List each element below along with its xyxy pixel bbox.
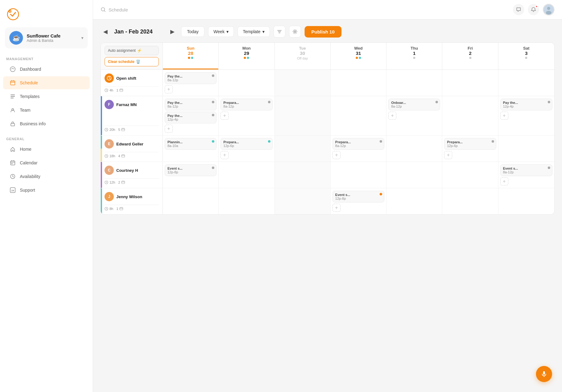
add-shift-button[interactable]: + [221, 151, 229, 159]
add-shift-button[interactable]: + [332, 204, 341, 212]
workspace-card[interactable]: ☕ Sunflower Cafe Admin & Barista ▾ [5, 27, 88, 48]
next-week-button[interactable]: ▶ [167, 27, 177, 37]
grid-row: FFarnaz MN 20h 5 Pay the... 8a-12p Pay t… [101, 96, 554, 136]
day-name: Thu [389, 46, 439, 51]
add-shift-button[interactable]: + [332, 151, 341, 159]
sidebar-item-schedule[interactable]: Schedule [3, 76, 90, 89]
notification-button[interactable] [528, 4, 539, 15]
shift-time: 12p-8p [167, 170, 214, 174]
shift-time: 8a-12p [167, 105, 214, 108]
day-cell: Prepara... 12p-6p + [442, 136, 498, 162]
person-avatar: C [105, 166, 114, 175]
shifts-count: 4 [118, 154, 120, 158]
shift-title: Pay the... [503, 101, 550, 105]
chevron-down-icon: ▾ [262, 29, 265, 34]
person-info: CCourtney H [105, 166, 159, 175]
sidebar-item-support[interactable]: 24 Support [3, 184, 90, 197]
shift-card[interactable]: Prepara... 8a-12p [221, 99, 272, 110]
shift-card[interactable]: Event s... 12p-8p [165, 164, 216, 176]
day-cell [275, 70, 331, 96]
shift-card[interactable]: Pay the... 8a-12p [165, 99, 216, 110]
day-dots [389, 57, 439, 59]
svg-point-2 [10, 67, 15, 72]
sidebar-item-dashboard[interactable]: Dashboard [3, 63, 90, 76]
shift-title: Prepara... [223, 140, 270, 144]
add-shift-button[interactable]: + [444, 151, 452, 159]
filter-button[interactable] [274, 26, 285, 38]
shift-card[interactable]: Plannin... 8a-10a [165, 138, 216, 150]
shift-title: Event s... [167, 167, 214, 170]
day-cell [331, 70, 386, 96]
week-dropdown[interactable]: Week ▾ [208, 26, 234, 37]
general-section-label: GENERAL [0, 135, 93, 143]
schedule-icon [9, 79, 16, 86]
status-dot [191, 57, 193, 59]
availability-icon [9, 173, 16, 180]
day-cell: Event s... 8a-12p + [498, 162, 554, 188]
add-shift-button[interactable]: + [500, 177, 508, 185]
shift-card[interactable]: Prepara... 12p-6p [221, 138, 272, 150]
shift-time: 12p-8p [335, 197, 381, 200]
add-shift-button[interactable]: + [165, 125, 173, 133]
add-shift-button[interactable]: + [221, 112, 229, 120]
person-stripe [101, 188, 102, 214]
shifts-stat: 1 [116, 207, 123, 211]
svg-point-16 [547, 7, 550, 10]
sidebar-item-home[interactable]: Home [3, 143, 90, 156]
sidebar-item-team[interactable]: Team [3, 104, 90, 117]
sidebar-item-templates[interactable]: Templates [3, 90, 90, 103]
day-cell [275, 136, 331, 162]
sidebar-item-calendar[interactable]: Calendar [3, 156, 90, 169]
day-cell [498, 70, 554, 96]
chat-button[interactable] [513, 4, 524, 15]
shift-card[interactable]: Pay the... 12p-4p [500, 99, 552, 110]
settings-button[interactable] [289, 26, 301, 38]
shift-card[interactable]: Prepara... 12p-6p [444, 138, 496, 150]
day-number: 28 [165, 51, 216, 56]
day-cell [386, 162, 442, 188]
person-avatar: F [105, 100, 114, 109]
hours-stat: 18h [105, 154, 115, 158]
add-shift-button[interactable]: + [500, 112, 508, 120]
date-range-label: Jan - Feb 2024 [114, 29, 164, 35]
shift-card[interactable]: Pay the... 12p-4p [165, 112, 216, 123]
add-shift-button[interactable]: + [165, 85, 173, 93]
home-icon [9, 146, 16, 153]
clear-schedule-button[interactable]: Clear schedule 🗑️ [105, 57, 159, 66]
auto-assign-button[interactable]: Auto assignment ⚡ [105, 46, 159, 55]
svg-rect-29 [120, 207, 123, 210]
topbar: Schedule [93, 0, 562, 20]
shift-dot [268, 140, 270, 143]
user-avatar[interactable] [543, 4, 555, 16]
sidebar-item-availability[interactable]: Availability [3, 170, 90, 183]
person-cell: CCourtney H 12h 2 [101, 162, 163, 188]
shift-card[interactable]: Event s... 8a-12p [500, 164, 552, 176]
sidebar-item-business-info[interactable]: Business info [3, 117, 90, 130]
person-stripe [101, 162, 102, 188]
shifts-icon [121, 128, 125, 131]
today-button[interactable]: Today [181, 26, 204, 37]
shift-card[interactable]: Event s... 12p-8p [332, 191, 384, 203]
add-shift-button[interactable]: + [388, 112, 396, 120]
shift-card[interactable]: Pay the... 8a-12p [165, 72, 216, 84]
shift-dot [212, 114, 214, 116]
grid-row: CCourtney H 12h 2 Event s... 12p-8p Even… [101, 162, 554, 188]
mic-fab-button[interactable] [536, 366, 552, 382]
shift-card[interactable]: Prepara... 8a-12p [332, 138, 384, 150]
shift-dot [380, 140, 382, 143]
svg-rect-30 [543, 371, 545, 375]
shift-card[interactable]: Onboar... 8a-12p [388, 99, 440, 110]
svg-text:24: 24 [11, 189, 14, 192]
publish-button[interactable]: Publish 10 [305, 26, 341, 38]
shift-title: Onboar... [391, 101, 437, 105]
day-cell [219, 70, 274, 96]
day-dots [501, 57, 552, 59]
prev-week-button[interactable]: ◀ [100, 27, 110, 37]
day-cell [498, 136, 554, 162]
day-number: 2 [445, 51, 495, 56]
template-dropdown[interactable]: Template ▾ [238, 26, 270, 37]
calendar-icon [9, 159, 16, 166]
clear-schedule-label: Clear schedule [108, 60, 134, 64]
shifts-icon [121, 180, 125, 184]
search-icon [100, 7, 106, 12]
